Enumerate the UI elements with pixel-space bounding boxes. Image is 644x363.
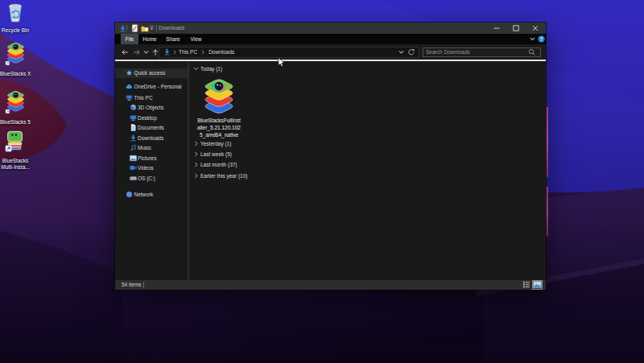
desktop-icon-bluestacks-5[interactable]: BlueStacks 5 — [0, 89, 41, 126]
refresh-icon — [407, 48, 415, 56]
desktop-icon-bluestacks-multi-insta-[interactable]: BlueStacksMulti-Insta... — [0, 130, 41, 171]
bluestacks-installer-icon — [200, 76, 238, 115]
address-bar[interactable]: This PC Downloads — [159, 47, 419, 59]
details-view-button[interactable] — [521, 280, 531, 290]
group-label: Earlier this year (10) — [200, 173, 248, 179]
minimize-icon — [493, 25, 500, 31]
desktop[interactable]: Recycle Bin BlueStacks X BlueStacks 5 Bl… — [0, 0, 644, 363]
group-header-earlier-this-year-10-[interactable]: Earlier this year (10) — [192, 171, 248, 180]
navigation-pane: Quick accessOneDrive - Personal This PC … — [115, 61, 188, 280]
thumbnail-view-button[interactable] — [532, 280, 543, 290]
chevron-right-icon — [200, 49, 206, 56]
group-header-yesterday-1-[interactable]: Yesterday (1) — [192, 138, 231, 148]
status-separator — [143, 282, 144, 288]
sidebar-item-network[interactable]: Network — [126, 189, 153, 199]
downloads-arrow-icon — [163, 48, 171, 56]
downloads-arrow-icon — [119, 25, 126, 32]
main-area: Quick accessOneDrive - Personal This PC … — [115, 61, 546, 280]
sidebar-item-onedrive-personal[interactable]: OneDrive - Personal — [126, 82, 181, 92]
close-button[interactable] — [526, 23, 545, 34]
group-header-last-month-37-[interactable]: Last month (37) — [192, 160, 237, 170]
sidebar-item-pictures[interactable]: Pictures — [130, 153, 157, 163]
ribbon-tab-view[interactable]: View — [188, 34, 204, 44]
file-list-pane[interactable]: Today (1)Yesterday (1)Last week (5)Last … — [189, 61, 546, 280]
up-arrow-icon — [151, 48, 159, 56]
sidebar-item-quick-access[interactable]: Quick access — [126, 68, 165, 78]
drive-icon — [130, 175, 137, 182]
maximize-icon — [513, 25, 519, 31]
file-name-line: aller_5.21.120.102 — [180, 124, 258, 131]
sidebar-item-music[interactable]: Music — [130, 143, 151, 153]
group-label: Last week (5) — [200, 151, 232, 157]
desktop-icon-recycle-bin[interactable]: Recycle Bin — [0, 2, 41, 34]
sidebar-item-label: This PC — [134, 95, 153, 101]
network-icon — [126, 191, 133, 198]
sidebar-item-label: Music — [138, 145, 151, 151]
video-icon — [130, 164, 137, 171]
star-icon — [126, 69, 133, 76]
address-dropdown-button[interactable] — [398, 48, 405, 56]
ribbon-tab-share[interactable]: Share — [164, 34, 182, 44]
back-arrow-icon — [121, 48, 129, 56]
group-label: Last month (37) — [200, 162, 237, 167]
breadcrumb-downloads[interactable]: Downloads — [208, 49, 234, 55]
music-icon — [130, 144, 137, 151]
desktop-icon-image — [0, 130, 41, 156]
sidebar-item-this-pc[interactable]: This PC — [126, 93, 153, 102]
search-input[interactable]: Search Downloads — [423, 47, 541, 58]
qat-separator — [126, 25, 127, 31]
bluestacks-multi-icon — [4, 130, 27, 153]
sidebar-item-os-c-[interactable]: OS (C:) — [130, 173, 156, 183]
sidebar-item-label: Videos — [138, 165, 154, 171]
file-name: BlueStacksFullInstaller_5.21.120.1025_am… — [180, 117, 258, 139]
desktop-icon-image — [0, 41, 41, 69]
ribbon-tab-file[interactable]: File — [121, 34, 138, 44]
svg-text:?: ? — [540, 36, 543, 42]
close-icon — [532, 25, 539, 31]
sidebar-item-3d-objects[interactable]: 3D Objects — [130, 103, 164, 113]
sidebar-item-label: Downloads — [138, 135, 163, 141]
details-view-icon — [522, 281, 530, 288]
sidebar-item-desktop[interactable]: Desktop — [130, 113, 157, 122]
breadcrumb-chevron-icon — [171, 49, 178, 56]
sidebar-item-label: Desktop — [138, 115, 157, 121]
sidebar-item-label: 3D Objects — [138, 105, 163, 110]
group-header-last-week-5-[interactable]: Last week (5) — [192, 150, 232, 159]
bluestacks-x-icon — [4, 41, 27, 66]
sidebar-item-label: Pictures — [138, 155, 156, 161]
refresh-button[interactable] — [407, 48, 415, 56]
chevron-down-icon — [398, 48, 405, 56]
sidebar-item-videos[interactable]: Videos — [130, 163, 154, 173]
sidebar-item-downloads[interactable]: Downloads — [130, 133, 164, 142]
chevron-right-icon — [192, 161, 200, 168]
customize-qat-button[interactable] — [149, 23, 155, 34]
explorer-window: Downloads FileHomeShareView ? — [115, 23, 546, 290]
desktop-icon-label-block: Recycle Bin — [0, 27, 41, 34]
help-button[interactable]: ? — [535, 33, 547, 45]
properties-button[interactable] — [131, 23, 138, 34]
mouse-cursor — [278, 57, 287, 68]
desktop-icon-image — [0, 2, 41, 26]
chevron-down-icon — [192, 65, 200, 72]
titlebar[interactable]: Downloads — [115, 23, 546, 34]
group-header-today-1-[interactable]: Today (1) — [192, 64, 222, 73]
file-name-line: BlueStacksFullInst — [180, 117, 258, 124]
desktop-icon-bluestacks-x[interactable]: BlueStacks X — [0, 41, 41, 77]
back-button[interactable] — [118, 46, 130, 58]
statusbar: 54 items — [115, 280, 546, 291]
monitor-icon — [130, 114, 137, 122]
help-icon: ? — [538, 35, 545, 43]
computer-icon — [126, 94, 133, 101]
item-count: 54 items — [122, 280, 142, 291]
minimize-button[interactable] — [487, 23, 506, 34]
download-icon — [130, 134, 137, 142]
thumbnail-view-icon — [533, 281, 542, 288]
group-label: Today (1) — [200, 66, 222, 72]
new-folder-button[interactable] — [141, 23, 149, 34]
file-bluestacks-installer[interactable]: BlueStacksFullInstaller_5.21.120.1025_am… — [180, 76, 258, 139]
maximize-button[interactable] — [506, 23, 526, 34]
ribbon-tab-home[interactable]: Home — [142, 34, 158, 44]
sidebar-item-documents[interactable]: Documents — [130, 123, 164, 133]
search-button[interactable] — [528, 48, 536, 56]
breadcrumb-this-pc[interactable]: This PC — [179, 49, 197, 55]
